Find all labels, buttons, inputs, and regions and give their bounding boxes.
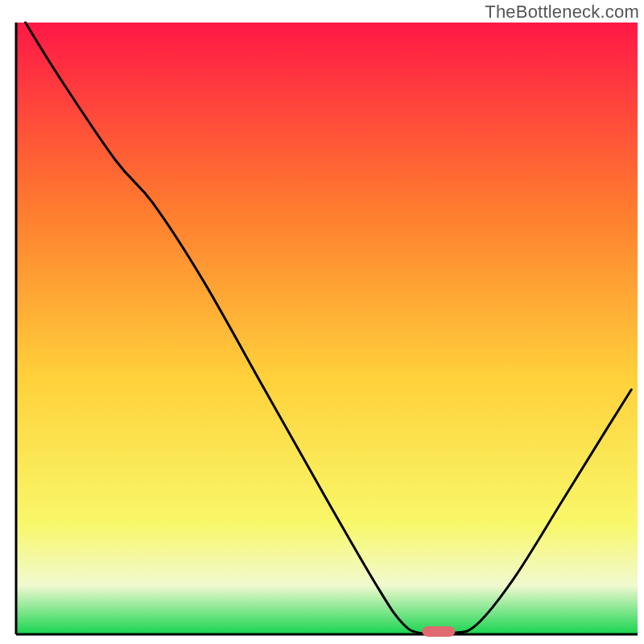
optimum-marker	[423, 626, 455, 636]
chart-container: TheBottleneck.com	[0, 0, 644, 644]
bottleneck-chart	[0, 0, 644, 644]
plot-background	[16, 23, 638, 634]
watermark-text: TheBottleneck.com	[485, 2, 639, 23]
